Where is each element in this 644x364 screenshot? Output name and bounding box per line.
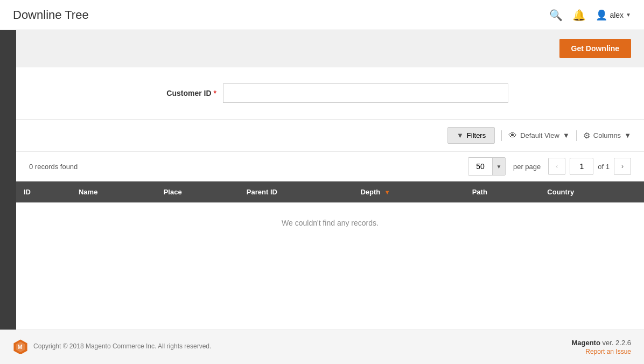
sort-desc-icon: ▼ (384, 189, 390, 195)
per-page-input[interactable]: 50 (468, 158, 492, 175)
magento-logo-icon: M (13, 339, 28, 354)
page-title: Downline Tree (13, 8, 89, 22)
per-page-label: per page (513, 163, 541, 171)
svg-text:M: M (17, 344, 22, 350)
footer-right: Magento ver. 2.2.6 Report an Issue (571, 339, 631, 355)
header-actions: 🔍 🔔 👤 alex ▼ (549, 9, 631, 22)
col-name: Name (71, 181, 156, 202)
page-total: of 1 (598, 163, 610, 171)
sidebar (0, 30, 16, 330)
pagination: 50 ▼ per page ‹ 1 of 1 › (468, 157, 631, 176)
report-issue-link[interactable]: Report an Issue (585, 348, 631, 355)
grid-wrapper: ID Name Place Parent ID Depth ▼ Path Cou… (16, 181, 644, 330)
columns-control[interactable]: ⚙ Columns ▼ (583, 131, 631, 141)
customer-id-label: Customer ID* (152, 89, 216, 97)
empty-message: We couldn't find any records. (16, 202, 644, 243)
records-bar: 0 records found 50 ▼ per page ‹ 1 of 1 › (16, 152, 644, 181)
footer-brand: Magento (571, 339, 600, 347)
eye-icon: 👁 (508, 131, 517, 141)
per-page-select[interactable]: 50 ▼ (468, 157, 506, 176)
search-icon[interactable]: 🔍 (549, 9, 563, 22)
main-layout: Get Downline Customer ID* ▼ Filters 👁 De… (0, 30, 644, 330)
get-downline-button[interactable]: Get Downline (559, 39, 631, 58)
gear-icon: ⚙ (583, 131, 590, 141)
columns-chevron-icon: ▼ (624, 131, 631, 139)
records-count: 0 records found (29, 163, 78, 171)
toolbar-divider2 (576, 130, 577, 141)
table-header-row: ID Name Place Parent ID Depth ▼ Path Cou… (16, 181, 644, 202)
col-path: Path (465, 181, 540, 202)
footer-version-number: ver. 2.2.6 (603, 339, 631, 347)
footer: M Copyright © 2018 Magento Commerce Inc.… (0, 330, 644, 364)
col-id: ID (16, 181, 71, 202)
chevron-down-icon: ▼ (626, 12, 631, 18)
customer-id-input[interactable] (223, 83, 508, 103)
footer-copyright: Copyright © 2018 Magento Commerce Inc. A… (33, 342, 211, 350)
main-content: Get Downline Customer ID* ▼ Filters 👁 De… (16, 30, 644, 330)
filter-icon: ▼ (457, 131, 464, 139)
current-page-input[interactable]: 1 (570, 158, 593, 175)
next-page-button[interactable]: › (614, 158, 631, 175)
customer-id-row: Customer ID* (29, 83, 631, 103)
view-chevron-icon: ▼ (563, 131, 570, 139)
default-view-control[interactable]: 👁 Default View ▼ (508, 131, 570, 141)
footer-left: M Copyright © 2018 Magento Commerce Inc.… (13, 339, 211, 354)
data-table: ID Name Place Parent ID Depth ▼ Path Cou… (16, 181, 644, 243)
user-menu[interactable]: 👤 alex ▼ (596, 9, 631, 21)
prev-page-button[interactable]: ‹ (548, 158, 565, 175)
col-place: Place (156, 181, 239, 202)
notification-icon[interactable]: 🔔 (572, 9, 586, 22)
required-star: * (214, 89, 216, 97)
filters-button[interactable]: ▼ Filters (447, 127, 495, 144)
grid-toolbar: ▼ Filters 👁 Default View ▼ ⚙ Columns ▼ (16, 120, 644, 152)
footer-version: Magento ver. 2.2.6 (571, 339, 631, 347)
col-country: Country (540, 181, 644, 202)
col-parent-id: Parent ID (239, 181, 353, 202)
user-name: alex (610, 11, 624, 19)
form-section: Customer ID* (16, 67, 644, 120)
action-bar: Get Downline (16, 30, 644, 67)
user-avatar-icon: 👤 (596, 9, 607, 21)
col-depth[interactable]: Depth ▼ (353, 181, 464, 202)
top-header: Downline Tree 🔍 🔔 👤 alex ▼ (0, 0, 644, 30)
per-page-arrow[interactable]: ▼ (492, 158, 505, 175)
empty-row: We couldn't find any records. (16, 202, 644, 243)
toolbar-divider (501, 130, 502, 141)
